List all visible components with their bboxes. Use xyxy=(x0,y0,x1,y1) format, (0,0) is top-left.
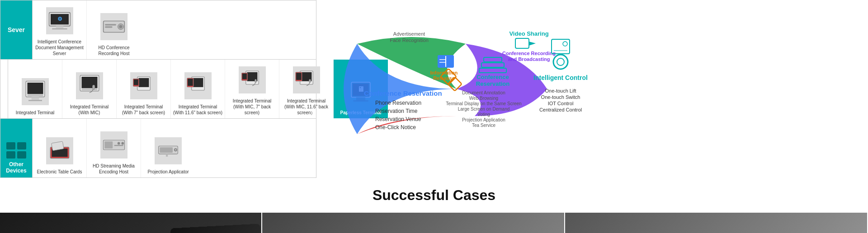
left-panel: Sever ⚙ Intelligent Conference Document … xyxy=(0,0,316,178)
device-icon-4 xyxy=(17,151,26,158)
device-label-116inch: Integrated Terminal (With 11.6" back scr… xyxy=(173,104,223,116)
svg-rect-17 xyxy=(81,88,97,90)
svg-text:Large Screen on Demand: Large Screen on Demand xyxy=(458,107,510,112)
diagram-container: Conference Reservation Phone Reservation… xyxy=(321,26,592,152)
device-label-streaming: HD Streaming Media Encoding Host xyxy=(89,163,139,175)
svg-rect-20 xyxy=(138,78,149,87)
svg-text:Reservation Venue: Reservation Venue xyxy=(375,116,421,122)
svg-point-88 xyxy=(553,55,568,69)
svg-text:Conference Reservation: Conference Reservation xyxy=(364,89,442,97)
svg-rect-46 xyxy=(104,141,113,149)
integrated-terminal-mic-icon xyxy=(76,72,103,99)
middle-panel: Conference Reservation Phone Reservation… xyxy=(316,0,597,178)
svg-point-7 xyxy=(119,25,123,28)
device-116inch-back: Integrated Terminal (With 11.6" back scr… xyxy=(171,60,225,118)
svg-rect-9 xyxy=(105,26,113,28)
svg-text:Conference Recording: Conference Recording xyxy=(502,51,556,56)
svg-rect-49 xyxy=(114,145,123,146)
device-label-projection: Projection Applicator xyxy=(147,169,189,175)
svg-rect-35 xyxy=(296,73,301,80)
device-integrated-terminal-mic: Integrated Terminal (With MIC) xyxy=(62,60,117,118)
svg-rect-51 xyxy=(160,147,173,153)
svg-rect-12 xyxy=(27,94,43,96)
other-devices-label: Other Devices xyxy=(0,119,32,177)
device-mic-7inch-icon xyxy=(239,66,266,93)
svg-point-89 xyxy=(557,58,564,65)
device-projection: Projection Applicator xyxy=(141,119,195,177)
svg-marker-77 xyxy=(529,42,536,46)
device-hd-recording: HD Conference Recording Host xyxy=(87,0,141,59)
svg-rect-54 xyxy=(166,154,168,157)
device-intelligent-conference: ⚙ Intelligent Conference Document Manage… xyxy=(33,0,87,59)
device-icon-2 xyxy=(17,142,26,149)
svg-text:Face Recognition: Face Recognition xyxy=(390,37,429,43)
svg-text:Phone Reservation: Phone Reservation xyxy=(375,100,421,106)
intelligent-conference-icon: ⚙ xyxy=(46,7,73,34)
diagram-svg: Conference Reservation Phone Reservation… xyxy=(321,26,592,152)
svg-text:Information: Information xyxy=(430,70,458,75)
table-cards-icon xyxy=(46,137,73,164)
device-label-intelligent: Intelligent Conference Document Manageme… xyxy=(34,39,85,56)
device-7inch-back-icon xyxy=(130,72,157,99)
svg-rect-3 xyxy=(52,28,67,30)
streaming-host-icon xyxy=(100,131,127,158)
device-icon-3 xyxy=(6,151,15,158)
svg-text:One-touch Switch: One-touch Switch xyxy=(541,94,580,100)
svg-rect-26 xyxy=(188,79,193,86)
device-7inch-back: Integrated Terminal (With 7" back screen… xyxy=(117,60,171,118)
cases-images xyxy=(0,213,868,233)
svg-text:Document Annotation: Document Annotation xyxy=(462,90,505,95)
case-image-1 xyxy=(0,213,262,233)
svg-point-47 xyxy=(117,142,120,145)
svg-rect-11 xyxy=(27,83,43,94)
terminal-row: Integrated Terminal Inte xyxy=(0,59,316,118)
svg-rect-14 xyxy=(28,100,42,101)
hd-recording-icon xyxy=(100,13,127,40)
device-label-mic-7inch: Integrated Terminal (With MIC, 7" back s… xyxy=(227,98,277,116)
svg-text:Releasse: Releasse xyxy=(433,75,455,81)
other-devices-text: Other Devices xyxy=(4,161,28,174)
device-streaming-host: HD Streaming Media Encoding Host xyxy=(87,119,141,177)
svg-text:One-touch Lift: One-touch Lift xyxy=(545,88,576,93)
svg-point-48 xyxy=(121,142,124,145)
server-label: Sever xyxy=(0,0,32,59)
svg-rect-18 xyxy=(92,85,94,89)
svg-text:Reservation: Reservation xyxy=(476,80,509,87)
svg-text:⚙: ⚙ xyxy=(57,16,62,22)
device-label-int-terminal: Integrated Terminal xyxy=(16,110,54,116)
svg-rect-22 xyxy=(133,79,138,85)
top-section: Sever ⚙ Intelligent Conference Document … xyxy=(0,0,868,178)
svg-text:Advertisement: Advertisement xyxy=(393,31,425,37)
projection-icon xyxy=(155,137,182,164)
integrated-terminal-icon xyxy=(22,78,49,105)
svg-text:Centralized Control: Centralized Control xyxy=(539,107,582,112)
successful-cases-title: Successful Cases xyxy=(0,178,868,213)
svg-text:Projection Application: Projection Application xyxy=(462,117,505,122)
device-label-table-cards: Electronic Table Cards xyxy=(37,169,82,175)
other-device-items: Electronic Table Cards HD Streaming Med xyxy=(32,119,316,177)
server-row: Sever ⚙ Intelligent Conference Document … xyxy=(0,0,316,59)
device-mic-7inch: Integrated Terminal (With MIC, 7" back s… xyxy=(225,60,279,118)
device-116inch-back-icon xyxy=(184,72,212,99)
svg-text:One-Click Notice: One-Click Notice xyxy=(375,124,416,130)
svg-rect-30 xyxy=(242,74,246,79)
svg-rect-31 xyxy=(255,79,256,83)
svg-rect-36 xyxy=(309,79,311,83)
svg-text:Web Browsing: Web Browsing xyxy=(469,96,498,101)
device-label-int-mic: Integrated Terminal (With MIC) xyxy=(64,104,114,116)
svg-rect-13 xyxy=(31,97,39,100)
device-mic-116inch-icon xyxy=(293,66,320,93)
device-integrated-terminal: Integrated Terminal xyxy=(8,60,62,118)
svg-rect-2 xyxy=(56,26,63,28)
other-devices-row: Other Devices Electronic Table Cards xyxy=(0,118,316,177)
svg-rect-76 xyxy=(515,38,529,48)
svg-text:Tea Service: Tea Service xyxy=(472,123,496,128)
svg-text:Intelligent Control: Intelligent Control xyxy=(533,74,588,81)
device-table-cards: Electronic Table Cards xyxy=(33,119,87,177)
svg-point-53 xyxy=(175,149,176,150)
case-image-2 xyxy=(262,213,565,233)
device-icon-1 xyxy=(6,142,15,149)
svg-text:and Broadcasting: and Broadcasting xyxy=(508,56,550,62)
svg-text:Conference: Conference xyxy=(476,74,509,80)
svg-text:Terminal Display on the Same S: Terminal Display on the Same Screen xyxy=(446,101,521,106)
